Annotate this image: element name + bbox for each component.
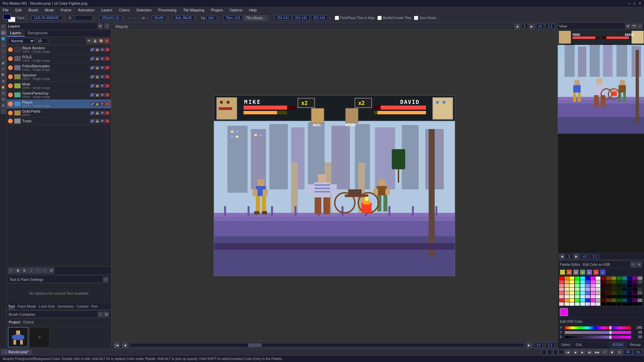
- layer-icon-lock[interactable]: 🔒: [95, 102, 100, 106]
- palette-cell[interactable]: [559, 291, 564, 295]
- layer-visibility-icon[interactable]: [8, 119, 13, 123]
- palette-cell[interactable]: [596, 291, 600, 295]
- palette-cell[interactable]: [606, 291, 611, 295]
- palette-cell[interactable]: [580, 284, 585, 287]
- color-swatches[interactable]: [3, 14, 15, 22]
- tool-wand[interactable]: ⊛: [1, 97, 6, 102]
- menu-frame[interactable]: Frame: [59, 8, 73, 12]
- layer-visibility-icon[interactable]: [8, 56, 13, 61]
- palette-cell[interactable]: [580, 299, 585, 302]
- palette-cell[interactable]: [638, 277, 642, 280]
- canvas-next-frame[interactable]: ▶: [529, 24, 535, 29]
- opacity-input[interactable]: [36, 38, 48, 44]
- pick-place-label[interactable]: Pick/Place Tiles in Map: [335, 16, 375, 20]
- layer-delete-btn[interactable]: 🗑: [15, 267, 21, 274]
- palette-cell[interactable]: [622, 291, 627, 295]
- tab-close-icon[interactable]: ✕: [4, 351, 7, 354]
- layer-visibility-icon[interactable]: [8, 47, 13, 52]
- palette-cell[interactable]: [638, 302, 642, 306]
- layer-icon-link[interactable]: 🔗: [90, 48, 95, 52]
- palette-cell[interactable]: [601, 284, 606, 287]
- layer-icon-link[interactable]: 🔗: [90, 111, 95, 115]
- palette-cell[interactable]: [565, 295, 569, 298]
- palette-cell[interactable]: [633, 295, 637, 298]
- tool-hand[interactable]: ✋: [1, 84, 6, 90]
- palette-cell[interactable]: [638, 288, 642, 291]
- menu-layers[interactable]: Layers: [100, 8, 114, 12]
- palette-cell[interactable]: [633, 291, 637, 295]
- sat-bar[interactable]: [565, 331, 631, 334]
- tool-line[interactable]: ╲: [1, 42, 6, 48]
- menu-plugins[interactable]: Plugins: [210, 8, 224, 12]
- palette-cell[interactable]: [596, 288, 600, 291]
- layer-item[interactable]: GreenPantsGuy 100% - Single Image 🔗 🔒 👁 …: [7, 90, 111, 100]
- palette-cell[interactable]: [559, 280, 564, 284]
- layer-eye-icon[interactable]: 👁: [86, 38, 92, 44]
- layer-visibility-icon[interactable]: [8, 74, 13, 79]
- palette-cell[interactable]: [565, 302, 569, 306]
- palette-cell[interactable]: [585, 299, 590, 302]
- palette-cell[interactable]: [617, 280, 622, 284]
- palette-cell[interactable]: [638, 284, 642, 287]
- tool-arrow[interactable]: ↖: [1, 24, 6, 29]
- bright-bar[interactable]: [565, 336, 631, 339]
- tool-custom2[interactable]: ⋮: [1, 109, 6, 114]
- palette-cell[interactable]: [575, 299, 580, 302]
- sync-mode-check[interactable]: [414, 16, 418, 20]
- layer-lock-icon[interactable]: 🔒: [92, 38, 98, 44]
- fg-color[interactable]: [3, 14, 11, 19]
- layer-icon-link[interactable]: 🔗: [90, 75, 95, 79]
- brush-tab-global[interactable]: Global: [23, 320, 34, 324]
- layer-icon-del[interactable]: ✕: [105, 57, 110, 61]
- tab-background[interactable]: Background: [24, 30, 51, 37]
- palette-cell[interactable]: [627, 284, 632, 287]
- palette-cell[interactable]: [633, 302, 637, 306]
- anim-settings[interactable]: ⚙: [616, 349, 623, 355]
- anim-prev[interactable]: ◀: [572, 349, 578, 355]
- palette-icon-7[interactable]: ●: [600, 269, 605, 275]
- layer-icon-link[interactable]: 🔗: [90, 84, 95, 88]
- canvas-content[interactable]: MIKE x2 x2 DAVID: [111, 30, 557, 341]
- layer-merge-btn[interactable]: ↕: [28, 267, 34, 274]
- scroll-thumb[interactable]: [248, 344, 262, 347]
- tool-custom1[interactable]: ◈: [1, 103, 6, 108]
- palette-cell[interactable]: [611, 302, 616, 306]
- palette-expand[interactable]: ⤢: [631, 262, 636, 267]
- palette-cell[interactable]: [559, 295, 564, 298]
- sync-mode-label[interactable]: Sync Mode: [414, 16, 436, 20]
- layer-icon-eye2[interactable]: 👁: [100, 111, 105, 115]
- palette-cell[interactable]: [606, 277, 611, 280]
- palette-icon-5[interactable]: ●: [587, 269, 592, 275]
- layer-icon-del[interactable]: ✕: [105, 84, 110, 88]
- palette-cell[interactable]: [601, 291, 606, 295]
- palette-cell[interactable]: [565, 277, 569, 280]
- palette-cell[interactable]: [585, 291, 590, 295]
- palette-cell[interactable]: [565, 291, 569, 295]
- palette-cell[interactable]: [606, 280, 611, 284]
- palette-cell[interactable]: [617, 284, 622, 287]
- tool-text[interactable]: T: [1, 66, 6, 72]
- palette-cell[interactable]: [596, 280, 600, 284]
- layer-icon-del[interactable]: ✕: [105, 102, 110, 106]
- tool-settings-expand[interactable]: ⤢: [103, 277, 108, 282]
- arrow-btns[interactable]: ← → ↑ ↓ ⊕: [128, 16, 145, 20]
- tool-picker[interactable]: 💉: [1, 60, 6, 66]
- palette-cell[interactable]: [627, 291, 632, 295]
- layer-new-btn[interactable]: +: [8, 267, 14, 274]
- layer-settings-btn[interactable]: ⚙: [48, 267, 54, 274]
- tool-fill[interactable]: 🪣: [1, 36, 6, 42]
- layer-copy-btn[interactable]: ⊕: [21, 267, 28, 274]
- palette-cell[interactable]: [617, 291, 622, 295]
- layer-icon-eye2[interactable]: 👁: [100, 119, 105, 123]
- layer-item[interactable]: Mule' 100% - Single Image 🔗 🔒 👁 ✕: [7, 81, 111, 90]
- palette-cell[interactable]: [633, 284, 637, 287]
- palette-cell[interactable]: [575, 291, 580, 295]
- palette-cell[interactable]: [617, 277, 622, 280]
- prev-view-btn[interactable]: ◀: [559, 254, 565, 259]
- modify-create-label[interactable]: Modify/Create Tiles: [377, 16, 412, 20]
- next-view-btn[interactable]: ▶: [574, 254, 579, 259]
- palette-cell[interactable]: [591, 277, 595, 280]
- palette-cell[interactable]: [596, 277, 600, 280]
- palette-cell[interactable]: [627, 280, 632, 284]
- palette-cell[interactable]: [580, 277, 585, 280]
